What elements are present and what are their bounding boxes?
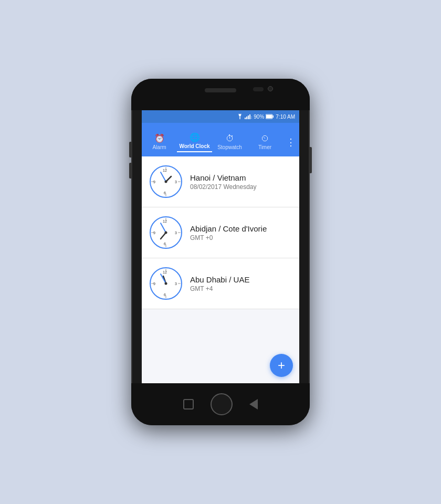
bottom-bezel <box>131 383 310 425</box>
clock-item-hanoi[interactable]: 12 3 6 9 Hanoi / Vietnam 08/02/2017 Wedn… <box>142 156 299 207</box>
clock-city-abudhabi: Abu Dhabi / UAE <box>190 275 292 284</box>
svg-text:6: 6 <box>164 242 166 246</box>
svg-text:6: 6 <box>164 293 166 297</box>
tab-world-clock-label: World Clock <box>179 143 209 149</box>
tab-bar: ⏰ Alarm 🌐 World Clock ⏱ Stopwatch ⏲ Time… <box>142 123 299 156</box>
svg-text:6: 6 <box>164 191 166 195</box>
status-icons: 3G 90% 7:10 AM <box>237 114 295 120</box>
svg-point-20 <box>165 181 167 183</box>
svg-text:3: 3 <box>175 180 177 184</box>
tab-alarm[interactable]: ⏰ Alarm <box>142 131 177 152</box>
front-camera <box>268 86 273 91</box>
clock-face-abidjan: 12 3 6 9 <box>149 216 183 249</box>
battery-text: 90% <box>254 114 264 120</box>
svg-text:12: 12 <box>163 270 167 274</box>
tab-stopwatch[interactable]: ⏱ Stopwatch <box>212 132 247 152</box>
tab-stopwatch-label: Stopwatch <box>217 144 242 150</box>
svg-point-0 <box>239 118 240 119</box>
speaker <box>205 88 236 92</box>
svg-text:12: 12 <box>163 169 167 172</box>
add-clock-fab[interactable]: + <box>270 354 293 377</box>
svg-point-32 <box>165 232 167 234</box>
recents-button[interactable] <box>183 399 194 410</box>
empty-space <box>142 309 299 350</box>
sensor <box>253 87 264 91</box>
clock-info-hanoi: Hanoi / Vietnam 08/02/2017 Wednesday <box>190 173 292 191</box>
clock-sub-abidjan: GMT +0 <box>190 234 292 242</box>
clock-sub-hanoi: 08/02/2017 Wednesday <box>190 183 292 191</box>
back-button[interactable] <box>249 399 258 410</box>
svg-point-44 <box>165 282 167 285</box>
wifi-icon <box>237 114 243 119</box>
tab-world-clock[interactable]: 🌐 World Clock <box>177 130 212 152</box>
world-clock-icon: 🌐 <box>190 132 200 142</box>
time-text: 7:10 AM <box>276 114 295 120</box>
clock-city-abidjan: Abidjan / Cote d'Ivorie <box>190 224 292 233</box>
svg-text:3: 3 <box>175 231 177 235</box>
svg-rect-7 <box>272 116 274 118</box>
clock-item-abudhabi[interactable]: 12 3 6 9 Abu Dhabi / UAE GMT +4 <box>142 258 299 309</box>
phone-device: 3G 90% 7:10 AM ⏰ Alarm 🌐 World Clock <box>131 79 310 425</box>
clock-face-hanoi: 12 3 6 9 <box>149 165 183 198</box>
volume-up-button[interactable] <box>129 142 131 158</box>
svg-text:9: 9 <box>153 282 155 286</box>
tab-timer-label: Timer <box>258 144 271 150</box>
clock-sub-abudhabi: GMT +4 <box>190 285 292 292</box>
home-button[interactable] <box>211 393 233 415</box>
fab-container: + <box>142 350 299 383</box>
stopwatch-icon: ⏱ <box>226 134 234 143</box>
signal-icon: 3G <box>245 114 252 119</box>
tab-timer[interactable]: ⏲ Timer <box>247 132 282 152</box>
svg-text:3G: 3G <box>251 116 252 119</box>
clock-city-hanoi: Hanoi / Vietnam <box>190 173 292 182</box>
timer-icon: ⏲ <box>261 134 269 143</box>
battery-icon <box>266 114 274 119</box>
power-button[interactable] <box>310 147 312 173</box>
tab-alarm-label: Alarm <box>152 144 166 150</box>
volume-down-button[interactable] <box>129 163 131 178</box>
svg-text:12: 12 <box>163 219 167 223</box>
clock-info-abudhabi: Abu Dhabi / UAE GMT +4 <box>190 275 292 292</box>
screen: 3G 90% 7:10 AM ⏰ Alarm 🌐 World Clock <box>142 110 299 383</box>
svg-rect-4 <box>249 114 250 119</box>
clock-face-abudhabi: 12 3 6 9 <box>149 267 183 300</box>
svg-rect-8 <box>266 115 272 118</box>
clock-item-abidjan[interactable]: 12 3 6 9 Abidjan / Cote d'Ivorie GMT +0 <box>142 207 299 258</box>
svg-text:3: 3 <box>175 282 177 286</box>
svg-rect-1 <box>245 118 246 119</box>
clock-list: 12 3 6 9 Hanoi / Vietnam 08/02/2017 Wedn… <box>142 156 299 350</box>
top-bezel <box>131 79 310 110</box>
svg-text:9: 9 <box>153 231 155 235</box>
alarm-icon: ⏰ <box>154 133 165 143</box>
svg-rect-3 <box>248 116 249 119</box>
clock-info-abidjan: Abidjan / Cote d'Ivorie GMT +0 <box>190 224 292 242</box>
more-options-button[interactable]: ⋮ <box>282 136 299 152</box>
svg-text:9: 9 <box>153 180 155 184</box>
status-bar: 3G 90% 7:10 AM <box>142 110 299 123</box>
svg-rect-2 <box>246 117 247 119</box>
